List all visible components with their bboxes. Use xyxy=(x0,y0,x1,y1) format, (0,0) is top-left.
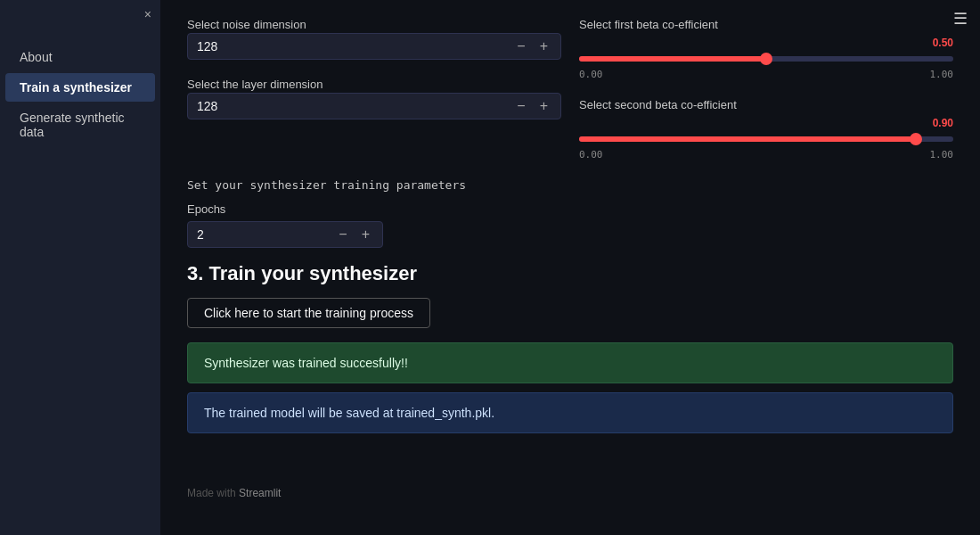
noise-label: Select noise dimension xyxy=(187,18,561,31)
footer-streamlit-link[interactable]: Streamlit xyxy=(239,487,281,499)
noise-increment-button[interactable]: + xyxy=(536,39,551,54)
layer-label: Select the layer dimension xyxy=(187,78,561,91)
close-icon[interactable]: × xyxy=(144,7,151,21)
layer-value: 128 xyxy=(197,99,506,113)
beta2-group: Select second beta co-efficient 0.90 0.0… xyxy=(579,98,953,160)
right-params: Select first beta co-efficient 0.50 0.00… xyxy=(579,18,953,160)
beta2-thumb xyxy=(910,133,922,145)
main-content: ☰ Select noise dimension 128 − + Select … xyxy=(160,0,980,535)
training-params-heading: Set your synthesizer training parameters xyxy=(187,178,953,192)
hamburger-icon[interactable]: ☰ xyxy=(953,9,968,29)
epochs-stepper[interactable]: 2 − + xyxy=(187,221,383,248)
beta2-min: 0.00 xyxy=(579,149,603,160)
beta1-fill xyxy=(579,56,766,62)
noise-dimension-group: Select noise dimension 128 − + xyxy=(187,18,561,60)
sidebar-item-generate[interactable]: Generate synthetic data xyxy=(5,103,155,146)
success-message: Synthesizer was trained succesfully!! xyxy=(204,356,408,370)
noise-value: 128 xyxy=(197,39,506,54)
beta1-value: 0.50 xyxy=(933,37,953,49)
epochs-increment-button[interactable]: + xyxy=(358,227,373,242)
training-params-section: Set your synthesizer training parameters… xyxy=(187,178,953,248)
sidebar: × About Train a synthesizer Generate syn… xyxy=(0,0,160,535)
beta1-slider[interactable] xyxy=(579,56,953,62)
beta1-group: Select first beta co-efficient 0.50 0.00… xyxy=(579,18,953,80)
footer-made-with: Made with xyxy=(187,487,236,499)
beta2-label: Select second beta co-efficient xyxy=(579,98,953,111)
train-button[interactable]: Click here to start the training process xyxy=(187,298,430,328)
params-grid: Select noise dimension 128 − + Select th… xyxy=(187,18,953,160)
beta1-range: 0.00 1.00 xyxy=(579,69,953,80)
footer: Made with Streamlit xyxy=(187,487,953,499)
info-message: The trained model will be saved at train… xyxy=(204,406,494,420)
layer-dimension-group: Select the layer dimension 128 − + xyxy=(187,78,561,119)
layer-decrement-button[interactable]: − xyxy=(513,99,528,113)
beta2-range: 0.00 1.00 xyxy=(579,149,953,160)
layer-stepper[interactable]: 128 − + xyxy=(187,93,561,119)
noise-decrement-button[interactable]: − xyxy=(513,39,528,54)
sidebar-item-train[interactable]: Train a synthesizer xyxy=(5,73,155,102)
epochs-label: Epochs xyxy=(187,202,953,216)
epochs-decrement-button[interactable]: − xyxy=(335,227,350,242)
section-heading: 3. Train your synthesizer xyxy=(187,262,953,285)
beta1-max: 1.00 xyxy=(930,69,954,80)
beta2-value: 0.90 xyxy=(933,117,953,129)
success-alert: Synthesizer was trained succesfully!! xyxy=(187,342,953,383)
sidebar-nav: About Train a synthesizer Generate synth… xyxy=(0,43,160,146)
sidebar-item-about[interactable]: About xyxy=(5,43,155,71)
beta2-slider[interactable] xyxy=(579,136,953,142)
beta2-fill xyxy=(579,136,916,142)
left-params: Select noise dimension 128 − + Select th… xyxy=(187,18,561,160)
beta2-max: 1.00 xyxy=(930,149,954,160)
noise-stepper[interactable]: 128 − + xyxy=(187,33,561,60)
beta1-min: 0.00 xyxy=(579,69,603,80)
layer-increment-button[interactable]: + xyxy=(536,99,551,113)
epochs-value: 2 xyxy=(197,227,328,242)
info-alert: The trained model will be saved at train… xyxy=(187,392,953,433)
beta1-label: Select first beta co-efficient xyxy=(579,18,953,31)
beta1-thumb xyxy=(760,53,772,65)
